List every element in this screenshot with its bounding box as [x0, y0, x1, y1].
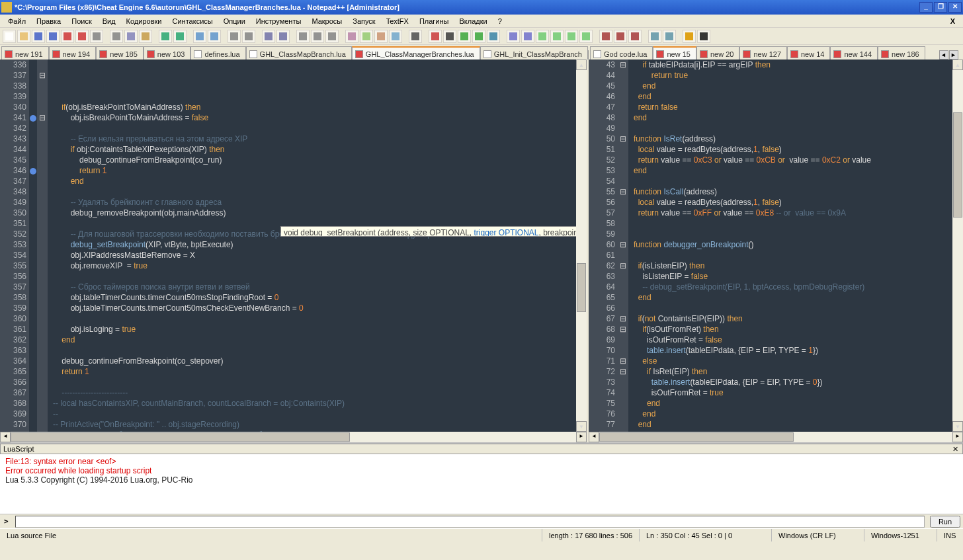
minimize-button[interactable]: _: [919, 2, 933, 13]
menu-plugins[interactable]: Плагины: [414, 16, 454, 26]
indent-guide-icon[interactable]: [325, 30, 339, 43]
status-encoding[interactable]: Windows-1251: [864, 529, 937, 541]
plugin-btn2-icon[interactable]: [663, 30, 676, 43]
code-lines[interactable]: if tableEIPdata[i].EIP == argEIP then re…: [628, 60, 952, 432]
paste-icon[interactable]: [139, 30, 152, 43]
console-input[interactable]: [15, 516, 925, 528]
menu-instruments[interactable]: Инструменты: [251, 16, 307, 26]
compare-prev-icon[interactable]: [536, 30, 549, 43]
menu-file[interactable]: Файл: [3, 16, 31, 26]
compare-last-icon[interactable]: [579, 30, 593, 43]
status-insert-mode[interactable]: INS: [937, 529, 963, 541]
tab-prev-icon[interactable]: ◄: [939, 50, 948, 60]
console-output[interactable]: File:13: syntax error near <eof> Error o…: [0, 454, 963, 514]
undo-icon[interactable]: [159, 30, 172, 43]
doc-map-icon[interactable]: [360, 30, 373, 43]
spell-next-icon[interactable]: [628, 30, 642, 43]
breakpoint-margin[interactable]: [29, 60, 37, 432]
compare-next-icon[interactable]: [550, 30, 564, 43]
macro-record-icon[interactable]: [429, 30, 442, 43]
copy-icon[interactable]: [124, 30, 138, 43]
zoom-in-icon[interactable]: [228, 30, 241, 43]
menu-tabs-menu[interactable]: Вкладки: [454, 16, 493, 26]
console-close-icon[interactable]: ✕: [950, 445, 960, 454]
console-header[interactable]: LuaScript ✕: [0, 444, 963, 454]
tab[interactable]: new 127: [739, 46, 787, 60]
run-button[interactable]: Run: [930, 516, 960, 528]
breakpoint-icon[interactable]: [30, 115, 36, 122]
breakpoint-icon[interactable]: [30, 168, 36, 175]
hscrollbar[interactable]: ◄ ►: [589, 432, 963, 442]
tab[interactable]: new 194: [49, 46, 97, 60]
folder-view-icon[interactable]: [389, 30, 402, 43]
menu-encodings[interactable]: Кодировки: [121, 16, 167, 26]
extra-btn2-icon[interactable]: [697, 30, 710, 43]
compare-clear-icon[interactable]: [521, 30, 534, 43]
print-icon[interactable]: [90, 30, 103, 43]
tab[interactable]: new 144: [830, 46, 878, 60]
show-all-chars-icon[interactable]: [311, 30, 324, 43]
scroll-thumb[interactable]: [11, 432, 350, 442]
scroll-track[interactable]: [599, 432, 952, 442]
menubar-close-x[interactable]: X: [945, 16, 960, 26]
spell-check-icon[interactable]: [599, 30, 612, 43]
scroll-track[interactable]: [952, 70, 963, 421]
close-file-icon[interactable]: [61, 30, 74, 43]
tab[interactable]: God code.lua: [590, 46, 653, 60]
code-lines[interactable]: if(obj.isBreakPointToMainAddress) then o…: [48, 60, 576, 432]
hscrollbar[interactable]: ◄ ►: [0, 432, 587, 442]
scroll-thumb[interactable]: [599, 432, 794, 442]
redo-icon[interactable]: [173, 30, 187, 43]
menu-textfx[interactable]: TextFX: [381, 16, 414, 26]
menu-macros[interactable]: Макросы: [306, 16, 347, 26]
scroll-down-icon[interactable]: ▼: [952, 421, 963, 432]
replace-icon[interactable]: [208, 30, 221, 43]
menu-syntaxes[interactable]: Синтаксисы: [167, 16, 218, 26]
close-all-icon[interactable]: [75, 30, 89, 43]
tab-next-icon[interactable]: ►: [949, 50, 958, 60]
tab[interactable]: new 20: [696, 46, 739, 60]
tab[interactable]: new 186: [878, 46, 925, 60]
scroll-right-icon[interactable]: ►: [576, 432, 587, 442]
open-file-icon[interactable]: [17, 30, 30, 43]
extra-btn1-icon[interactable]: [683, 30, 696, 43]
tab[interactable]: new 103: [144, 46, 191, 60]
sync-v-icon[interactable]: [262, 30, 275, 43]
tab-active[interactable]: new 15: [653, 46, 696, 60]
scroll-up-icon[interactable]: ▲: [576, 60, 587, 70]
scroll-track[interactable]: [11, 432, 576, 442]
macro-save-icon[interactable]: [487, 30, 500, 43]
scroll-left-icon[interactable]: ◄: [0, 432, 11, 442]
macro-stop-icon[interactable]: [443, 30, 456, 43]
wordwrap-icon[interactable]: [296, 30, 310, 43]
sync-h-icon[interactable]: [276, 30, 290, 43]
tab[interactable]: GHL_ClassMapBranch.lua: [246, 46, 352, 60]
zoom-out-icon[interactable]: [242, 30, 255, 43]
scroll-track[interactable]: [576, 70, 587, 421]
scroll-down-icon[interactable]: ▼: [576, 421, 587, 432]
scroll-left-icon[interactable]: ◄: [589, 432, 599, 442]
scroll-thumb[interactable]: [577, 263, 586, 312]
code-area-right[interactable]: 4344454647484950515253545556575859606162…: [589, 60, 963, 432]
cut-icon[interactable]: [110, 30, 123, 43]
close-button[interactable]: ✕: [948, 2, 962, 13]
menu-edit[interactable]: Правка: [31, 16, 66, 26]
func-list-icon[interactable]: [374, 30, 388, 43]
macro-multi-icon[interactable]: [472, 30, 485, 43]
tab[interactable]: new 14: [787, 46, 830, 60]
find-icon[interactable]: [193, 30, 206, 43]
menu-options[interactable]: Опции: [218, 16, 251, 26]
code-area-left[interactable]: 3363373383393403413423433443453463473483…: [0, 60, 587, 432]
tab[interactable]: new 185: [96, 46, 144, 60]
scroll-right-icon[interactable]: ►: [952, 432, 963, 442]
fold-margin[interactable]: ⊟⊟: [37, 60, 48, 432]
save-all-icon[interactable]: [46, 30, 60, 43]
tab-active[interactable]: GHL_ClassManagerBranches.lua: [352, 46, 480, 60]
tab[interactable]: new 191: [1, 46, 49, 60]
spell-prev-icon[interactable]: [614, 30, 627, 43]
tab[interactable]: defines.lua: [190, 46, 245, 60]
plugin-btn-icon[interactable]: [648, 30, 661, 43]
menu-help[interactable]: ?: [493, 16, 507, 26]
tab[interactable]: GHL_Init_ClassMapBranch: [480, 46, 588, 60]
compare-first-icon[interactable]: [565, 30, 578, 43]
